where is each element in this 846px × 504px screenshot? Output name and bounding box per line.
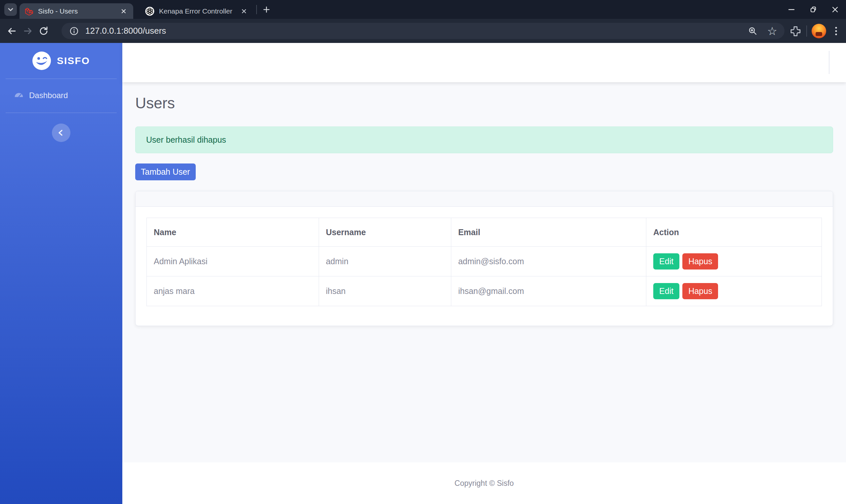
openai-favicon-icon [145,6,154,16]
main-column: Users User berhasil dihapus Tambah User [122,43,846,504]
restore-button[interactable] [802,0,824,19]
column-header-action: Action [646,218,822,247]
sidebar-item-dashboard[interactable]: Dashboard [0,86,122,105]
brand-name: SISFO [57,55,90,66]
tab-kenapa-error-controller[interactable]: Kenapa Error Controller [140,3,254,19]
page-title: Users [135,94,833,112]
page-footer: Copyright © Sisfo [122,462,846,504]
sidebar: SISFO Dashboard [0,43,122,504]
tab-separator [256,5,257,14]
minimize-button[interactable] [780,0,802,19]
tab-strip: Sisfo - Users Kenapa Error Controller [0,0,846,19]
page-content: Users User berhasil dihapus Tambah User [122,82,846,462]
url-text: 127.0.0.1:8000/users [85,26,747,36]
forward-button[interactable] [20,24,35,38]
address-bar[interactable]: 127.0.0.1:8000/users ☆ [62,23,784,39]
sidebar-item-label: Dashboard [29,91,68,100]
users-table: Name Username Email Action Admin Aplikas… [146,218,822,306]
cell-email: ihsan@gmail.com [451,276,646,306]
toolbar-divider [806,25,807,37]
chevron-down-icon [6,5,15,14]
column-header-name: Name [147,218,319,247]
cell-name: Admin Aplikasi [147,247,319,276]
app-body: SISFO Dashboard [0,43,846,504]
table-row: anjas mara ihsan ihsan@gmail.com EditHap… [147,276,822,306]
table-row: Admin Aplikasi admin admin@sisfo.com Edi… [147,247,822,276]
browser-window: Sisfo - Users Kenapa Error Controller [0,0,846,504]
sidebar-divider [6,78,117,79]
column-header-username: Username [319,218,451,247]
profile-avatar[interactable] [812,24,826,38]
edit-button[interactable]: Edit [653,283,679,299]
copyright-text: Copyright © Sisfo [454,479,514,488]
extensions-puzzle-icon[interactable] [790,25,802,37]
tab-title: Kenapa Error Controller [159,7,239,15]
tab-close-icon[interactable] [239,6,249,16]
cell-name: anjas mara [147,276,319,306]
back-button[interactable] [5,24,19,38]
tab-sisfo-users[interactable]: Sisfo - Users [19,3,133,19]
card-body: Name Username Email Action Admin Aplikas… [136,207,833,326]
edit-button[interactable]: Edit [653,253,679,270]
delete-button[interactable]: Hapus [683,283,718,299]
tab-close-icon[interactable] [119,6,128,16]
toolbar-right [790,24,842,38]
reload-button[interactable] [36,24,51,38]
chevron-left-icon [56,127,67,138]
delete-button[interactable]: Hapus [683,253,718,270]
table-header-row: Name Username Email Action [147,218,822,247]
close-window-button[interactable] [824,0,846,19]
topbar [122,43,846,82]
cell-actions: EditHapus [646,276,822,306]
site-info-icon[interactable] [69,26,79,36]
tachometer-icon [14,90,24,101]
bookmark-star-icon[interactable]: ☆ [767,25,777,37]
sidebar-collapse-button[interactable] [52,124,70,142]
laugh-wink-logo-icon [32,52,51,70]
cell-actions: EditHapus [646,247,822,276]
new-tab-button[interactable] [260,3,273,16]
sidebar-divider [6,113,117,113]
tab-search-button[interactable] [4,3,17,16]
success-alert: User berhasil dihapus [135,126,833,153]
zoom-icon[interactable] [747,26,758,36]
cell-email: admin@sisfo.com [451,247,646,276]
sidebar-brand[interactable]: SISFO [0,43,122,78]
topbar-divider [829,51,829,74]
column-header-email: Email [451,218,646,247]
cell-username: admin [319,247,451,276]
card-header [136,191,833,207]
browser-toolbar: 127.0.0.1:8000/users ☆ [0,19,846,43]
tab-title: Sisfo - Users [38,7,119,15]
users-card: Name Username Email Action Admin Aplikas… [135,191,833,326]
browser-menu-icon[interactable] [830,24,842,38]
add-user-button[interactable]: Tambah User [135,163,196,180]
window-controls [780,0,846,19]
cell-username: ihsan [319,276,451,306]
avatar-detail [816,32,822,36]
laravel-favicon-icon [25,7,33,16]
